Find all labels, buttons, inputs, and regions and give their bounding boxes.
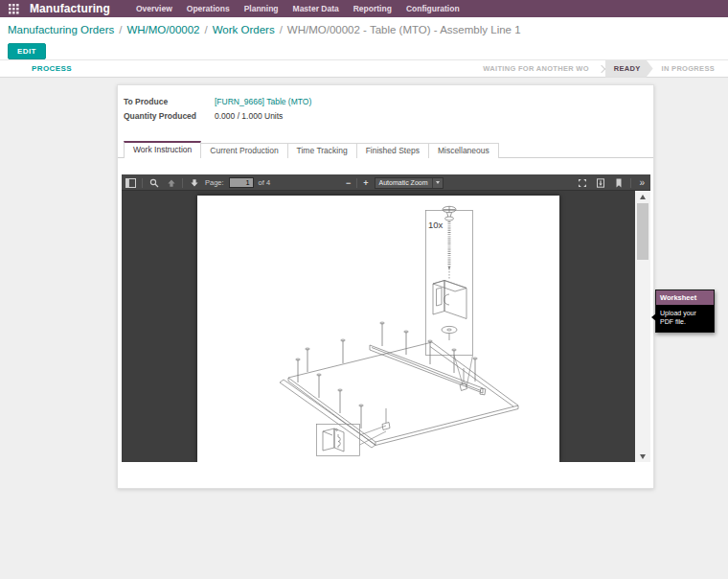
to-produce-value[interactable]: [FURN_9666] Table (MTO) [215, 97, 311, 106]
breadcrumb-separator: / [204, 24, 207, 35]
chevron-right-icon [598, 64, 605, 72]
page-label: Page: [205, 178, 224, 187]
zoom-level-value: Automatic Zoom [379, 179, 428, 186]
menu-reporting[interactable]: Reporting [353, 4, 392, 13]
form-fields: To Produce [FURN_9666] Table (MTO) Quant… [124, 97, 311, 121]
quantity-note: 10x [428, 220, 444, 230]
breadcrumb-work-orders[interactable]: Work Orders [213, 24, 275, 35]
pdf-toolbar: Page: of 4 − + Automatic Zoom [122, 174, 650, 191]
action-bar: EDIT [0, 42, 728, 59]
screen: Manufacturing Overview Operations Planni… [0, 0, 728, 579]
status-pipeline: WAITING FOR ANOTHER WO READY IN PROGRESS [474, 60, 723, 77]
pdf-page: 10x [197, 196, 559, 462]
presentation-mode-icon[interactable] [576, 176, 588, 189]
scroll-thumb[interactable] [637, 203, 648, 260]
quantity-produced-label: Quantity Produced [124, 111, 215, 121]
apps-grid-icon[interactable] [8, 3, 19, 14]
pdf-toolbar-right: » [576, 176, 650, 189]
page-count: of 4 [259, 178, 271, 187]
zoom-level-select[interactable]: Automatic Zoom [375, 177, 444, 189]
menu-configuration[interactable]: Configuration [406, 4, 460, 13]
notebook-tabs: Work Instruction Current Production Time… [118, 141, 653, 158]
bookmark-icon[interactable] [612, 176, 625, 189]
tabletop-drawing [280, 342, 518, 448]
tab-finished-steps[interactable]: Finished Steps [356, 143, 429, 158]
bracket-detail-callout [317, 408, 391, 456]
tab-time-tracking[interactable]: Time Tracking [287, 143, 357, 158]
form-sheet: To Produce [FURN_9666] Table (MTO) Quant… [117, 84, 654, 489]
previous-page-icon[interactable] [165, 176, 177, 189]
pdf-scrollbar[interactable] [635, 191, 650, 462]
pdf-toolbar-left: Page: of 4 [122, 176, 270, 189]
pdf-canvas: 10x [122, 191, 635, 462]
tab-work-instruction[interactable]: Work Instruction [124, 141, 201, 158]
page-number-input[interactable] [229, 177, 254, 188]
tooltip-body: Upload your PDF file. [656, 305, 714, 332]
tooltip-title: Worksheet [656, 290, 714, 305]
scroll-down-arrow[interactable] [635, 451, 650, 462]
breadcrumb-manufacturing-orders[interactable]: Manufacturing Orders [8, 24, 114, 35]
select-divider [432, 178, 433, 188]
assembly-diagram: 10x [197, 196, 559, 462]
process-button[interactable]: PROCESS [26, 63, 78, 74]
tab-miscellaneous[interactable]: Miscellaneous [428, 143, 499, 158]
pdf-viewer: Page: of 4 − + Automatic Zoom [122, 174, 650, 462]
main-menu: Overview Operations Planning Master Data… [136, 4, 460, 13]
sidebar-toggle-icon[interactable] [125, 176, 137, 189]
tab-current-production[interactable]: Current Production [200, 143, 287, 158]
status-in-progress[interactable]: IN PROGRESS [653, 60, 723, 78]
toolbar-separator [182, 178, 183, 188]
main-content: To Produce [FURN_9666] Table (MTO) Quant… [0, 78, 728, 579]
search-icon[interactable] [148, 176, 160, 189]
to-produce-label: To Produce [124, 97, 215, 106]
menu-planning[interactable]: Planning [244, 4, 279, 13]
menu-operations[interactable]: Operations [187, 4, 230, 13]
top-navbar: Manufacturing Overview Operations Planni… [0, 0, 728, 17]
next-page-icon[interactable] [188, 176, 200, 189]
triangle-down-icon [640, 454, 646, 459]
zoom-in-button[interactable]: + [363, 178, 368, 188]
scroll-up-arrow[interactable] [635, 191, 650, 202]
zoom-out-button[interactable]: − [346, 178, 351, 188]
status-ready[interactable]: READY [605, 60, 653, 78]
breadcrumb-separator: / [119, 24, 122, 35]
breadcrumb-separator: / [280, 24, 283, 35]
toolbar-separator [630, 178, 631, 188]
screws-row [296, 322, 478, 428]
screw-detail-callout: 10x [426, 206, 473, 390]
app-name[interactable]: Manufacturing [30, 2, 110, 15]
toolbar-separator [356, 178, 357, 188]
menu-master-data[interactable]: Master Data [293, 4, 339, 13]
tooltip-arrow-icon [651, 313, 656, 321]
worksheet-tooltip: Worksheet Upload your PDF file. [655, 290, 715, 333]
status-waiting-for-another-wo[interactable]: WAITING FOR ANOTHER WO [474, 60, 597, 78]
grid-icon-glyph [9, 4, 19, 14]
chevron-down-icon [436, 181, 440, 184]
menu-overview[interactable]: Overview [136, 4, 172, 13]
download-icon[interactable] [594, 176, 606, 189]
quantity-produced-value: 0.000 / 1.000 Units [215, 111, 311, 121]
breadcrumb-current: WH/MO/00002 - Table (MTO) - Assembly Lin… [287, 24, 521, 35]
breadcrumb: Manufacturing Orders / WH/MO/00002 / Wor… [0, 17, 728, 42]
more-tools-button[interactable]: » [637, 178, 647, 188]
toolbar-separator [142, 178, 143, 188]
triangle-up-icon [640, 195, 646, 199]
edit-button[interactable]: EDIT [8, 43, 46, 59]
breadcrumb-mo-00002[interactable]: WH/MO/00002 [126, 24, 199, 35]
status-bar: PROCESS WAITING FOR ANOTHER WO READY IN … [0, 59, 728, 78]
pdf-toolbar-zoom: − + Automatic Zoom [346, 177, 444, 189]
